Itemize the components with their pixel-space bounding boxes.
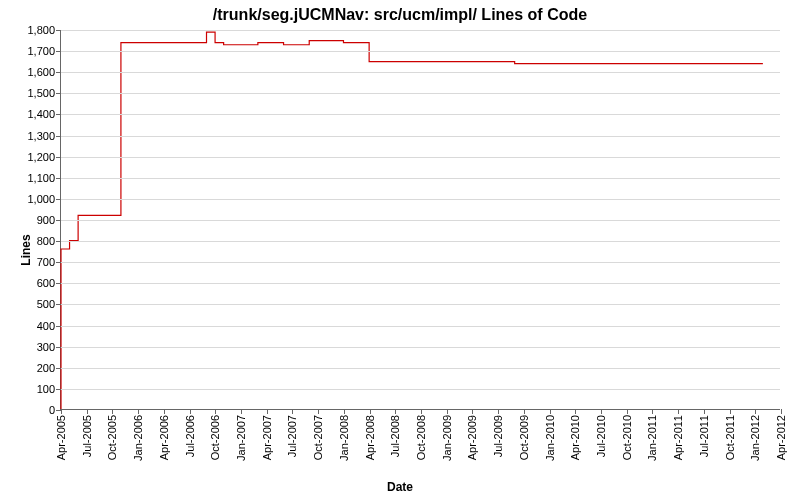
x-tick xyxy=(61,409,62,414)
y-tick-label: 1,200 xyxy=(27,151,55,163)
x-tick-label: Jul-2008 xyxy=(389,415,401,457)
x-tick-label: Oct-2005 xyxy=(106,415,118,460)
x-tick-label: Oct-2006 xyxy=(209,415,221,460)
x-tick-label: Apr-2011 xyxy=(672,415,684,460)
x-tick xyxy=(550,409,551,414)
gridline xyxy=(61,72,780,73)
x-tick-label: Oct-2009 xyxy=(518,415,530,460)
x-tick xyxy=(87,409,88,414)
y-tick xyxy=(56,283,61,284)
y-tick xyxy=(56,347,61,348)
y-tick-label: 900 xyxy=(37,214,55,226)
x-tick-label: Jan-2011 xyxy=(646,415,658,461)
y-tick xyxy=(56,178,61,179)
x-tick-label: Apr-2012 xyxy=(775,415,787,460)
x-tick xyxy=(318,409,319,414)
gridline xyxy=(61,389,780,390)
x-tick xyxy=(112,409,113,414)
x-tick xyxy=(344,409,345,414)
chart-container: /trunk/seg.jUCMNav: src/ucm/impl/ Lines … xyxy=(0,0,800,500)
x-tick-label: Oct-2008 xyxy=(415,415,427,460)
x-tick xyxy=(164,409,165,414)
y-tick xyxy=(56,51,61,52)
gridline xyxy=(61,326,780,327)
x-tick xyxy=(215,409,216,414)
x-tick-label: Jul-2011 xyxy=(698,415,710,457)
y-tick xyxy=(56,136,61,137)
y-tick-label: 1,500 xyxy=(27,87,55,99)
x-tick xyxy=(524,409,525,414)
y-tick xyxy=(56,199,61,200)
x-tick-label: Jul-2009 xyxy=(492,415,504,457)
gridline xyxy=(61,241,780,242)
y-tick-label: 1,800 xyxy=(27,24,55,36)
gridline xyxy=(61,368,780,369)
gridline xyxy=(61,199,780,200)
x-tick xyxy=(601,409,602,414)
x-tick xyxy=(627,409,628,414)
y-tick-label: 1,600 xyxy=(27,66,55,78)
plot-area: 01002003004005006007008009001,0001,1001,… xyxy=(60,30,780,410)
y-tick xyxy=(56,114,61,115)
gridline xyxy=(61,304,780,305)
x-tick xyxy=(267,409,268,414)
y-tick-label: 400 xyxy=(37,320,55,332)
x-tick-label: Oct-2007 xyxy=(312,415,324,460)
x-tick-label: Jul-2010 xyxy=(595,415,607,457)
x-tick-label: Oct-2010 xyxy=(621,415,633,460)
x-tick xyxy=(755,409,756,414)
x-tick-label: Apr-2008 xyxy=(364,415,376,460)
y-axis-label: Lines xyxy=(19,234,33,265)
x-tick-label: Jan-2009 xyxy=(441,415,453,461)
y-tick xyxy=(56,262,61,263)
y-tick xyxy=(56,220,61,221)
y-tick-label: 600 xyxy=(37,277,55,289)
y-tick xyxy=(56,326,61,327)
y-tick xyxy=(56,304,61,305)
y-tick-label: 500 xyxy=(37,298,55,310)
x-axis-label: Date xyxy=(0,480,800,494)
y-tick-label: 1,400 xyxy=(27,108,55,120)
gridline xyxy=(61,178,780,179)
x-tick xyxy=(730,409,731,414)
x-tick xyxy=(498,409,499,414)
y-tick-label: 1,700 xyxy=(27,45,55,57)
x-tick xyxy=(472,409,473,414)
x-tick-label: Jan-2006 xyxy=(132,415,144,461)
y-tick-label: 300 xyxy=(37,341,55,353)
x-tick-label: Jan-2007 xyxy=(235,415,247,461)
y-tick-label: 1,300 xyxy=(27,130,55,142)
x-tick xyxy=(652,409,653,414)
gridline xyxy=(61,136,780,137)
x-tick-label: Apr-2010 xyxy=(569,415,581,460)
x-tick xyxy=(190,409,191,414)
x-tick-label: Apr-2006 xyxy=(158,415,170,460)
y-tick-label: 1,000 xyxy=(27,193,55,205)
y-tick xyxy=(56,241,61,242)
x-tick xyxy=(704,409,705,414)
x-tick xyxy=(292,409,293,414)
gridline xyxy=(61,220,780,221)
x-tick xyxy=(395,409,396,414)
gridline xyxy=(61,114,780,115)
x-tick xyxy=(781,409,782,414)
chart-title: /trunk/seg.jUCMNav: src/ucm/impl/ Lines … xyxy=(0,6,800,24)
x-tick-label: Jul-2007 xyxy=(286,415,298,457)
y-tick xyxy=(56,368,61,369)
gridline xyxy=(61,51,780,52)
x-tick xyxy=(241,409,242,414)
y-tick xyxy=(56,30,61,31)
x-tick-label: Apr-2009 xyxy=(466,415,478,460)
x-tick-label: Apr-2007 xyxy=(261,415,273,460)
y-tick xyxy=(56,157,61,158)
x-tick-label: Jan-2010 xyxy=(544,415,556,461)
y-tick xyxy=(56,93,61,94)
x-tick-label: Apr-2005 xyxy=(55,415,67,460)
y-tick xyxy=(56,72,61,73)
gridline xyxy=(61,157,780,158)
x-tick-label: Jan-2012 xyxy=(749,415,761,461)
y-tick-label: 800 xyxy=(37,235,55,247)
x-tick xyxy=(370,409,371,414)
y-tick-label: 1,100 xyxy=(27,172,55,184)
x-tick xyxy=(678,409,679,414)
